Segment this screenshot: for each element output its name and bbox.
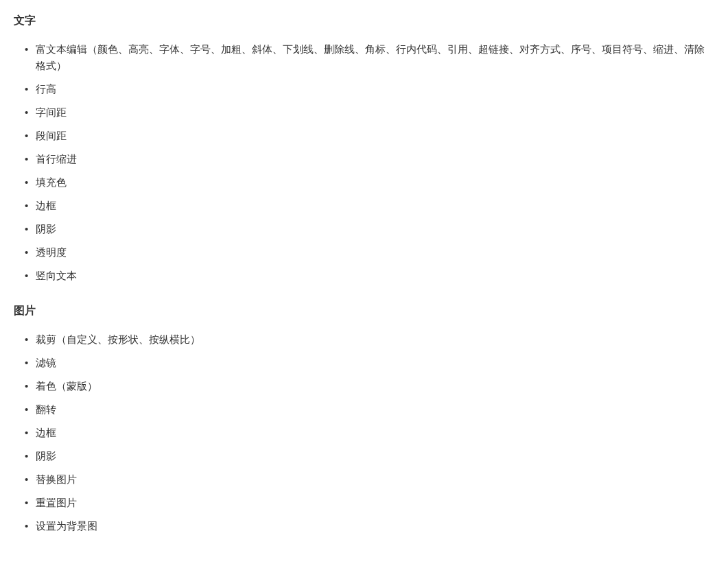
list-item: 裁剪（自定义、按形状、按纵横比） xyxy=(36,328,714,351)
list-item: 段间距 xyxy=(36,124,714,147)
list-item: 重置图片 xyxy=(36,491,714,514)
list-item: 透明度 xyxy=(36,241,714,264)
section-title-image: 图片 xyxy=(14,304,714,318)
list-item: 富文本编辑（颜色、高亮、字体、字号、加粗、斜体、下划线、删除线、角标、行内代码、… xyxy=(36,38,714,78)
list-item: 行高 xyxy=(36,78,714,101)
list-item: 滤镜 xyxy=(36,351,714,375)
list-item: 边框 xyxy=(36,421,714,445)
section-text: 文字 富文本编辑（颜色、高亮、字体、字号、加粗、斜体、下划线、删除线、角标、行内… xyxy=(14,14,714,287)
list-item: 阴影 xyxy=(36,217,714,241)
list-item: 设置为背景图 xyxy=(36,514,714,538)
list-item: 字间距 xyxy=(36,101,714,124)
list-text: 富文本编辑（颜色、高亮、字体、字号、加粗、斜体、下划线、删除线、角标、行内代码、… xyxy=(14,38,714,287)
list-image: 裁剪（自定义、按形状、按纵横比） 滤镜 着色（蒙版） 翻转 边框 阴影 替换图片… xyxy=(14,328,714,538)
list-item: 填充色 xyxy=(36,171,714,194)
list-item: 翻转 xyxy=(36,398,714,421)
list-item: 首行缩进 xyxy=(36,147,714,171)
list-item: 着色（蒙版） xyxy=(36,375,714,398)
list-item: 阴影 xyxy=(36,445,714,468)
list-item: 替换图片 xyxy=(36,468,714,491)
section-image: 图片 裁剪（自定义、按形状、按纵横比） 滤镜 着色（蒙版） 翻转 边框 阴影 替… xyxy=(14,304,714,538)
list-item: 竖向文本 xyxy=(36,264,714,287)
section-title-text: 文字 xyxy=(14,14,714,28)
list-item: 边框 xyxy=(36,194,714,217)
